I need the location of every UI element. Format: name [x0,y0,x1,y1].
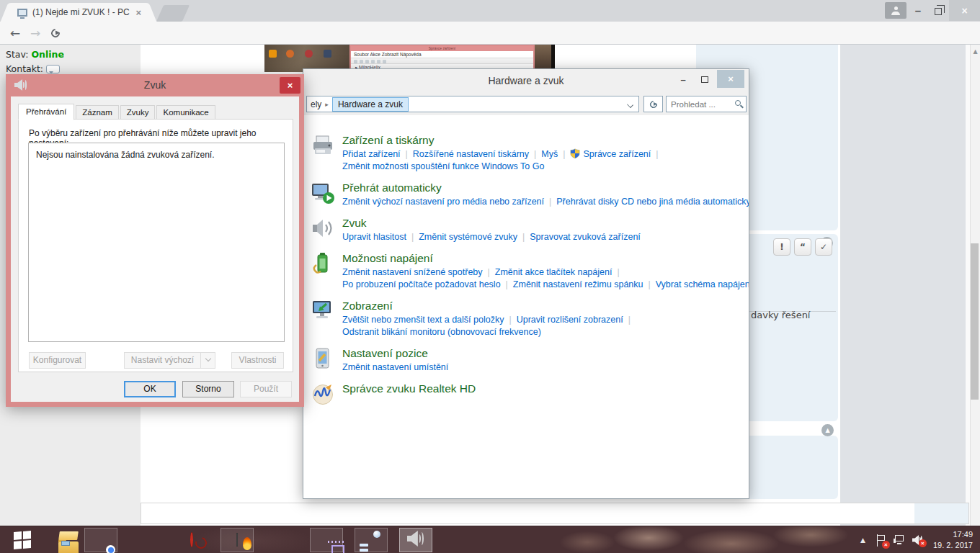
taskbar-driver-booster[interactable] [175,528,208,552]
scrollbar-thumb[interactable] [971,243,979,400]
cp-task-link[interactable]: Změnit výchozí nastavení pro média nebo … [342,197,544,207]
cp-section-title[interactable]: Zobrazení [342,299,749,313]
link-separator: | [649,279,651,289]
tab-title: (1) Nejde mi ZVUK ! - PC [32,7,131,17]
scrollbar-up-icon[interactable]: ▲ [971,47,980,57]
link-separator: | [411,232,414,242]
cp-minimize-button[interactable]: – [674,73,692,87]
cp-task-link[interactable]: Změnit nastavení umístění [342,362,448,372]
cp-section-title[interactable]: Správce zvuku Realtek HD [342,382,749,395]
cp-task-line: Změnit nastavení snížené spotřeby|Změnit… [342,266,749,279]
cp-task-link[interactable]: Zvětšit nebo zmenšit text a další položk… [342,315,504,325]
dialog-close-button[interactable]: × [280,77,300,94]
location-icon[interactable] [311,347,335,370]
cp-task-link[interactable]: Upravit rozlišení zobrazení [517,315,623,325]
message-bubble-icon[interactable] [46,65,60,73]
start-button[interactable] [6,528,39,552]
tab-zvuky[interactable]: Zvuky [120,105,156,120]
browser-profile-button[interactable] [885,2,906,19]
scroll-top-icon[interactable]: ▲ [821,424,834,436]
apply-button[interactable]: Použít [240,381,292,397]
breadcrumb-arrow-icon: ▸ [325,101,329,108]
taskbar-chrome[interactable] [84,528,117,552]
breadcrumb-dropdown-icon[interactable] [627,102,633,108]
cp-task-link[interactable]: Upravit hlasitost [342,232,406,242]
set-default-button[interactable]: Nastavit výchozí [124,352,200,369]
taskbar-burning-app[interactable] [220,528,254,552]
tab-záznam[interactable]: Záznam [76,105,119,120]
action-center-flag-icon[interactable]: × [876,534,886,547]
realtek-icon[interactable] [311,382,335,405]
display-icon[interactable] [311,300,335,323]
cp-task-link[interactable]: Rozšířené nastavení tiskárny [413,149,529,159]
cp-section-title[interactable]: Přehrát automaticky [342,181,749,194]
cp-maximize-button[interactable] [695,73,714,87]
cp-task-link[interactable]: Myš [541,149,558,159]
browser-minimize-button[interactable]: – [908,0,928,21]
cp-close-button[interactable]: × [717,70,744,88]
network-icon[interactable] [894,534,905,546]
browser-close-button[interactable]: × [949,0,980,21]
tray-expand-icon[interactable]: ▲ [860,536,865,544]
reload-button[interactable] [46,24,65,42]
ok-button[interactable]: OK [124,381,176,397]
taskbar-firefox[interactable] [130,528,163,552]
cp-task-link[interactable]: Vybrat schéma napájení [656,279,749,289]
cp-task-link[interactable]: Změnit akce tlačítek napájení [495,267,612,277]
sound-icon[interactable] [311,217,335,240]
configure-button[interactable]: Konfigurovat [29,352,86,369]
forward-button[interactable]: → [26,24,45,42]
cp-task-link[interactable]: Změnit systémové zvuky [419,232,517,242]
taskbar-sound[interactable] [399,528,432,552]
cp-section-title[interactable]: Možnosti napájení [342,251,749,265]
restore-icon [935,8,942,15]
breadcrumb-item-hardware-sound[interactable]: Hardware a zvuk [332,97,409,112]
taskbar-explorer[interactable] [42,528,75,552]
quote-post-button[interactable]: “ [794,238,811,256]
accept-post-button[interactable]: ✓ [815,238,832,256]
autoplay-icon[interactable] [311,181,335,204]
report-post-button[interactable]: ! [773,238,790,256]
tab-přehrávání[interactable]: Přehrávání [18,104,74,120]
power-icon[interactable] [311,252,335,275]
cp-titlebar[interactable]: Hardware a zvuk – × [303,69,749,93]
cp-task-link[interactable]: Odstranit blikání monitoru (obnovovací f… [342,327,541,337]
cp-task-link[interactable]: Změnit nastavení režimu spánku [513,279,643,289]
taskbar-clock[interactable]: 17:49 19. 2. 2017 [933,529,973,551]
user-status-block: Stav: Online Kontakt: [6,48,64,76]
device-list[interactable]: Nejsou nainstalována žádná zvuková zaříz… [28,143,285,342]
cp-task-link[interactable]: Správce zařízení [583,149,651,159]
cp-task-link[interactable]: Spravovat zvuková zařízení [530,232,641,242]
cp-task-link[interactable]: Přidat zařízení [342,149,401,159]
tab-komunikace[interactable]: Komunikace [156,105,215,120]
error-badge-icon: × [919,539,927,547]
devices-printers-icon[interactable] [311,134,335,157]
cp-task-link[interactable]: Změnit nastavení snížené spotřeby [342,267,483,277]
browser-restore-button[interactable] [928,0,948,21]
cp-section-title[interactable]: Nastavení pozice [342,346,749,360]
new-tab-button[interactable] [156,5,190,22]
maximize-icon [701,76,708,83]
cp-task-link[interactable]: Přehrávat disky CD nebo jiná média autom… [556,197,749,207]
dialog-titlebar[interactable]: Zvuk × [6,74,304,96]
cancel-button[interactable]: Storno [182,381,234,397]
taskbar-chip-app[interactable] [310,528,343,552]
cp-refresh-button[interactable] [643,96,663,112]
properties-button[interactable]: Vlastnosti [231,352,284,369]
taskbar-system-tool[interactable] [355,528,388,552]
tab-close-icon[interactable]: × [135,8,141,17]
cp-section-0: Zařízení a tiskárnyPřidat zařízení|Rozší… [311,133,749,173]
cp-search-box[interactable] [666,96,747,112]
breadcrumb-clipped-text: ely [311,99,321,109]
cp-task-link[interactable]: Změnit možnosti spouštění funkce Windows… [342,161,544,171]
set-default-dropdown-button[interactable] [200,352,215,369]
volume-muted-icon[interactable]: × [912,535,923,545]
back-button[interactable]: ← [6,24,24,42]
breadcrumb[interactable]: ely ▸ Hardware a zvuk [306,96,639,112]
cp-search-input[interactable] [667,96,729,112]
browser-tab[interactable]: (1) Nejde mi ZVUK ! - PC × [10,3,147,22]
cp-section-title[interactable]: Zařízení a tiskárny [342,133,749,147]
cp-section-title[interactable]: Zvuk [342,216,749,230]
cp-task-link[interactable]: Po probuzení počítače požadovat heslo [342,279,501,289]
taskbar-faded-app[interactable] [265,528,298,552]
